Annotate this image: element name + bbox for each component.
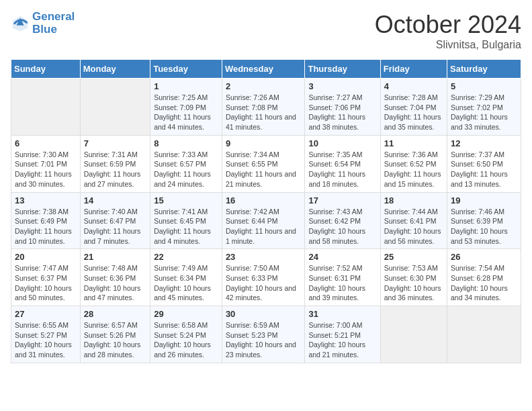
calendar-week-row: 20Sunrise: 7:47 AM Sunset: 6:37 PM Dayli… <box>11 249 521 306</box>
calendar-cell: 20Sunrise: 7:47 AM Sunset: 6:37 PM Dayli… <box>11 249 81 306</box>
day-number: 3 <box>308 81 376 91</box>
day-content: Sunrise: 7:46 AM Sunset: 6:39 PM Dayligh… <box>451 207 517 246</box>
day-content: Sunrise: 7:44 AM Sunset: 6:41 PM Dayligh… <box>384 207 443 246</box>
day-number: 24 <box>308 252 376 262</box>
logo-text: General Blue <box>32 11 75 36</box>
calendar-cell: 23Sunrise: 7:50 AM Sunset: 6:33 PM Dayli… <box>222 249 305 306</box>
day-number: 18 <box>384 195 443 205</box>
day-number: 4 <box>384 81 443 91</box>
calendar-table: SundayMondayTuesdayWednesdayThursdayFrid… <box>11 59 521 363</box>
calendar-cell: 19Sunrise: 7:46 AM Sunset: 6:39 PM Dayli… <box>447 192 521 249</box>
day-content: Sunrise: 7:28 AM Sunset: 7:04 PM Dayligh… <box>384 93 443 132</box>
calendar-cell: 12Sunrise: 7:37 AM Sunset: 6:50 PM Dayli… <box>447 135 521 192</box>
day-number: 1 <box>154 81 218 91</box>
calendar-week-row: 1Sunrise: 7:25 AM Sunset: 7:09 PM Daylig… <box>11 79 521 136</box>
calendar-cell <box>380 306 447 363</box>
day-content: Sunrise: 6:59 AM Sunset: 5:23 PM Dayligh… <box>226 320 302 360</box>
calendar-cell: 27Sunrise: 6:55 AM Sunset: 5:27 PM Dayli… <box>11 306 81 363</box>
logo-icon <box>11 14 30 33</box>
calendar-cell: 18Sunrise: 7:44 AM Sunset: 6:41 PM Dayli… <box>380 192 447 249</box>
day-content: Sunrise: 7:53 AM Sunset: 6:30 PM Dayligh… <box>384 263 443 303</box>
day-number: 21 <box>84 252 146 262</box>
calendar-cell: 30Sunrise: 6:59 AM Sunset: 5:23 PM Dayli… <box>222 306 305 363</box>
calendar-cell: 6Sunrise: 7:30 AM Sunset: 7:01 PM Daylig… <box>11 135 81 192</box>
day-content: Sunrise: 6:58 AM Sunset: 5:24 PM Dayligh… <box>154 320 218 360</box>
day-number: 19 <box>451 195 517 205</box>
calendar-cell: 13Sunrise: 7:38 AM Sunset: 6:49 PM Dayli… <box>11 192 81 249</box>
day-content: Sunrise: 7:30 AM Sunset: 7:01 PM Dayligh… <box>15 150 77 189</box>
header-cell-saturday: Saturday <box>447 60 521 79</box>
day-number: 28 <box>84 309 146 319</box>
day-number: 5 <box>451 81 517 91</box>
day-number: 23 <box>226 252 302 262</box>
calendar-header-row: SundayMondayTuesdayWednesdayThursdayFrid… <box>11 60 521 79</box>
calendar-cell: 11Sunrise: 7:36 AM Sunset: 6:52 PM Dayli… <box>380 135 447 192</box>
day-content: Sunrise: 7:52 AM Sunset: 6:31 PM Dayligh… <box>308 263 376 303</box>
day-number: 7 <box>84 138 146 148</box>
calendar-cell: 24Sunrise: 7:52 AM Sunset: 6:31 PM Dayli… <box>305 249 380 306</box>
day-content: Sunrise: 7:47 AM Sunset: 6:37 PM Dayligh… <box>15 263 77 303</box>
day-number: 14 <box>84 195 146 205</box>
day-number: 13 <box>15 195 77 205</box>
day-content: Sunrise: 7:31 AM Sunset: 6:59 PM Dayligh… <box>84 150 146 189</box>
calendar-cell: 7Sunrise: 7:31 AM Sunset: 6:59 PM Daylig… <box>80 135 150 192</box>
calendar-cell: 29Sunrise: 6:58 AM Sunset: 5:24 PM Dayli… <box>150 306 222 363</box>
day-number: 9 <box>226 138 302 148</box>
calendar-week-row: 6Sunrise: 7:30 AM Sunset: 7:01 PM Daylig… <box>11 135 521 192</box>
day-content: Sunrise: 7:43 AM Sunset: 6:42 PM Dayligh… <box>308 207 376 246</box>
day-content: Sunrise: 7:00 AM Sunset: 5:21 PM Dayligh… <box>308 320 376 360</box>
calendar-cell: 15Sunrise: 7:41 AM Sunset: 6:45 PM Dayli… <box>150 192 222 249</box>
header-cell-thursday: Thursday <box>305 60 380 79</box>
day-content: Sunrise: 7:26 AM Sunset: 7:08 PM Dayligh… <box>226 93 302 132</box>
day-content: Sunrise: 7:41 AM Sunset: 6:45 PM Dayligh… <box>154 207 218 246</box>
calendar-cell: 16Sunrise: 7:42 AM Sunset: 6:44 PM Dayli… <box>222 192 305 249</box>
day-number: 6 <box>15 138 77 148</box>
header-cell-tuesday: Tuesday <box>150 60 222 79</box>
day-content: Sunrise: 7:36 AM Sunset: 6:52 PM Dayligh… <box>384 150 443 189</box>
day-number: 27 <box>15 309 77 319</box>
day-number: 12 <box>451 138 517 148</box>
calendar-cell <box>80 79 150 136</box>
calendar-cell: 26Sunrise: 7:54 AM Sunset: 6:28 PM Dayli… <box>447 249 521 306</box>
day-number: 10 <box>308 138 376 148</box>
day-number: 20 <box>15 252 77 262</box>
calendar-cell: 9Sunrise: 7:34 AM Sunset: 6:55 PM Daylig… <box>222 135 305 192</box>
calendar-cell: 31Sunrise: 7:00 AM Sunset: 5:21 PM Dayli… <box>305 306 380 363</box>
day-content: Sunrise: 7:35 AM Sunset: 6:54 PM Dayligh… <box>308 150 376 189</box>
location-title: Slivnitsa, Bulgaria <box>375 39 521 51</box>
day-number: 25 <box>384 252 443 262</box>
day-content: Sunrise: 7:29 AM Sunset: 7:02 PM Dayligh… <box>451 93 517 132</box>
day-content: Sunrise: 7:38 AM Sunset: 6:49 PM Dayligh… <box>15 207 77 246</box>
day-content: Sunrise: 7:27 AM Sunset: 7:06 PM Dayligh… <box>308 93 376 132</box>
calendar-cell: 22Sunrise: 7:49 AM Sunset: 6:34 PM Dayli… <box>150 249 222 306</box>
calendar-week-row: 13Sunrise: 7:38 AM Sunset: 6:49 PM Dayli… <box>11 192 521 249</box>
calendar-cell: 3Sunrise: 7:27 AM Sunset: 7:06 PM Daylig… <box>305 79 380 136</box>
day-content: Sunrise: 7:40 AM Sunset: 6:47 PM Dayligh… <box>84 207 146 246</box>
page-header: General Blue October 2024 Slivnitsa, Bul… <box>11 11 521 51</box>
day-content: Sunrise: 7:42 AM Sunset: 6:44 PM Dayligh… <box>226 207 302 246</box>
calendar-cell: 2Sunrise: 7:26 AM Sunset: 7:08 PM Daylig… <box>222 79 305 136</box>
day-number: 16 <box>226 195 302 205</box>
day-number: 29 <box>154 309 218 319</box>
day-content: Sunrise: 7:49 AM Sunset: 6:34 PM Dayligh… <box>154 263 218 303</box>
day-content: Sunrise: 7:33 AM Sunset: 6:57 PM Dayligh… <box>154 150 218 189</box>
day-number: 2 <box>226 81 302 91</box>
calendar-cell <box>11 79 81 136</box>
day-number: 26 <box>451 252 517 262</box>
day-content: Sunrise: 7:37 AM Sunset: 6:50 PM Dayligh… <box>451 150 517 189</box>
day-content: Sunrise: 7:34 AM Sunset: 6:55 PM Dayligh… <box>226 150 302 189</box>
day-content: Sunrise: 6:57 AM Sunset: 5:26 PM Dayligh… <box>84 320 146 360</box>
calendar-cell <box>447 306 521 363</box>
calendar-cell: 28Sunrise: 6:57 AM Sunset: 5:26 PM Dayli… <box>80 306 150 363</box>
calendar-cell: 25Sunrise: 7:53 AM Sunset: 6:30 PM Dayli… <box>380 249 447 306</box>
day-number: 8 <box>154 138 218 148</box>
calendar-cell: 8Sunrise: 7:33 AM Sunset: 6:57 PM Daylig… <box>150 135 222 192</box>
calendar-cell: 1Sunrise: 7:25 AM Sunset: 7:09 PM Daylig… <box>150 79 222 136</box>
calendar-week-row: 27Sunrise: 6:55 AM Sunset: 5:27 PM Dayli… <box>11 306 521 363</box>
day-number: 22 <box>154 252 218 262</box>
calendar-cell: 14Sunrise: 7:40 AM Sunset: 6:47 PM Dayli… <box>80 192 150 249</box>
month-title: October 2024 <box>375 11 521 39</box>
day-content: Sunrise: 7:50 AM Sunset: 6:33 PM Dayligh… <box>226 263 302 303</box>
header-cell-wednesday: Wednesday <box>222 60 305 79</box>
calendar-cell: 21Sunrise: 7:48 AM Sunset: 6:36 PM Dayli… <box>80 249 150 306</box>
